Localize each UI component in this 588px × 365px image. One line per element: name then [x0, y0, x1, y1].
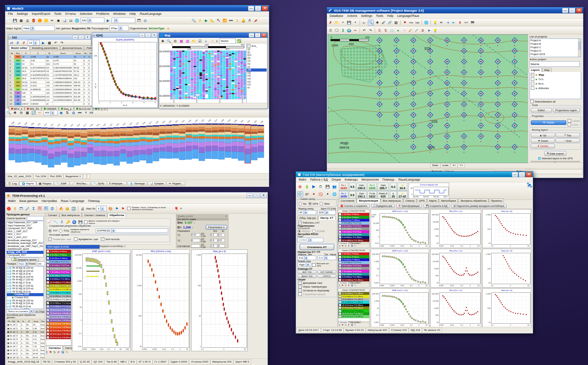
legend-checkbox[interactable]: ✓ [339, 227, 341, 230]
palette-icon[interactable]: 🎨 [108, 206, 113, 211]
table-row[interactable]: 2200100.05Q10.07520000 [9, 58, 98, 62]
table-row[interactable]: 722080.80.367272727272727O11.47458041955… [9, 77, 98, 80]
lambda-icon[interactable]: Λ [247, 18, 252, 23]
legend-item[interactable]: ✓12 D=800ns T=1.58ms [46, 288, 71, 291]
toq-radio[interactable] [59, 229, 62, 233]
legend-item[interactable]: ✓4 D=100ns T=177ms [46, 260, 71, 264]
printer-icon[interactable]: 🖨 [80, 206, 85, 211]
legend-item-v32[interactable]: v32 [247, 72, 267, 75]
monitor-icon[interactable]: 🖵 [334, 28, 339, 33]
legend-checkbox[interactable] [339, 253, 341, 255]
tcpip-radio-label[interactable]: TCP/IP [317, 230, 325, 233]
legend-item[interactable]: ✓9 D=800ns T=1.58ms [338, 276, 369, 278]
legend-item[interactable]: ✓8 D=100ns T=177ms [338, 233, 369, 236]
run-icon[interactable]: ▶ [204, 18, 209, 23]
projections-mgmt-button[interactable]: Projections mgmt. [553, 108, 580, 112]
layers-icon[interactable]: 🗂 [68, 18, 73, 23]
legend-item[interactable]: ✓25 D=6.4ms T=8.96ms [46, 332, 71, 336]
data-export-button[interactable]: ⧉ Data export [544, 151, 566, 156]
legend-checkbox[interactable]: ✓ [47, 312, 49, 315]
r-icon[interactable]: 🅁 [43, 206, 49, 211]
add-layer-icon[interactable]: ⇄ [9, 40, 14, 45]
legend-item[interactable]: ✓3 D=25ms T=40ms [338, 219, 369, 222]
project-item[interactable]: Сунтарский_2017_ОМР [7, 227, 43, 230]
legend-checkbox[interactable]: ✓ [339, 225, 341, 227]
new-icon[interactable]: 📄 [6, 18, 11, 23]
menu-item-Работа с БД[interactable]: Работа с БД [308, 178, 329, 182]
save-icon[interactable]: 🖫 [351, 324, 353, 326]
legend-item-O1[interactable]: O1 [247, 66, 267, 69]
panel-button-График[interactable]: 📊График [147, 181, 166, 186]
menu-item-Tools[interactable]: Tools [52, 12, 63, 16]
database-icon[interactable]: 🛢 [12, 206, 18, 211]
menu-item-Help[interactable]: Help [385, 14, 395, 18]
legend-item[interactable]: ✓7 D=100ns T=177ms [338, 230, 369, 233]
cursor-icon[interactable]: ▻ [362, 20, 367, 25]
rho-plot[interactable] [142, 254, 189, 348]
menu-item-Tools[interactable]: Tools [374, 14, 385, 18]
panel-button-S(Ht)[interactable]: 📉S(Ht) [91, 181, 107, 186]
action-button-Считать и сохранить[interactable]: 🔴Считать и сохранить [338, 204, 370, 208]
sync-no-radio[interactable] [299, 202, 302, 205]
link-icon[interactable]: 🔗 [387, 20, 392, 25]
select-stations-icon[interactable]: ▩ [179, 39, 184, 44]
legend-item[interactable]: 1 D=25ns T=40ms [46, 250, 71, 253]
info-icon[interactable]: ◎ [143, 18, 148, 23]
zoom-in-icon[interactable]: 🔍 [166, 39, 172, 44]
ruler-icon[interactable]: 📐 [210, 18, 215, 23]
scrollbar[interactable] [578, 39, 581, 57]
move-right-icon[interactable]: ⇥ [445, 20, 450, 25]
rho-plot[interactable] [439, 253, 481, 284]
legend-item[interactable]: ✓6 D=100ns T=177ms [338, 267, 369, 270]
legend-checkbox[interactable]: ✓ [47, 315, 49, 318]
legend-checkbox[interactable]: ✓ [339, 312, 341, 315]
panel-button-Log[interactable]: 🗒Log [6, 181, 19, 186]
legend-item[interactable]: ✓8 D=100ns T=177ms [46, 274, 71, 277]
table-row[interactable]: ▦ 61.1852...60...3.11Конд. [7, 337, 45, 341]
legend-item-v21[interactable]: v21 [247, 80, 267, 84]
close-button[interactable]: ✕ [261, 33, 267, 37]
project-item[interactable]: КЮХ_1_нЮХ_2017 [7, 236, 43, 239]
legend-item[interactable]: ✓6 D=100ns T=177ms [46, 267, 71, 270]
legend-checkbox[interactable]: ✓ [339, 307, 341, 309]
project-item[interactable]: Вилюйская_анжелида_ОМР_2017 [7, 242, 43, 245]
menu-item-Команды[interactable]: Команды [343, 178, 359, 182]
legend-item[interactable]: ✓16 D=800ns T=1.41ms [46, 301, 71, 305]
menu-item-Отчеты[interactable]: Отчеты [63, 12, 78, 16]
folder-icon[interactable]: 📁 [191, 39, 196, 44]
order-combo[interactable]: Пикет▼ [18, 262, 28, 266]
column-header-Ssum[interactable]: Ssum [53, 51, 73, 55]
pan-icon[interactable]: ✥ [160, 39, 165, 44]
legend-item[interactable]: ✓19 D=6.4ms T=0.96ms [338, 312, 369, 315]
panel-button-Карта[interactable]: 🌍Карта [19, 181, 36, 186]
legend-item-Q11[interactable]: Q11 [247, 54, 267, 57]
undo-icon[interactable]: ↶ [362, 28, 367, 33]
fastem-titlebar[interactable]: ▣ Fast EM (малоглубинные зондирования) —… [296, 172, 533, 177]
load-project-button[interactable]: ✅ Загрузить проект [11, 258, 39, 261]
tree-item-ПК 56 МД 19 (0 м)[interactable]: ▸🧊 ПК 56 МД 19 (0 м) [7, 305, 43, 308]
tab-Настройки[interactable]: Настройки [349, 242, 361, 244]
legend-item[interactable]: ✓13 D=800ns T=1.58ms [338, 295, 369, 298]
lines-checkbox[interactable] [568, 123, 571, 126]
project-item[interactable]: КЮХ_1_2017 [7, 233, 43, 236]
save-icon[interactable]: 💾 [325, 184, 330, 189]
menu-item-Language/Язык[interactable]: Language/Язык [395, 14, 421, 18]
tab-Карта[interactable]: Карта [427, 198, 439, 203]
table-row[interactable]: 930063.330.2111v321.89678041955042358.66… [9, 84, 98, 88]
table-row[interactable]: 3100100.1Q110.17530000 [9, 62, 98, 66]
tab-Настройки[interactable]: Настройки [349, 281, 361, 284]
legend-item[interactable]: ✓7 D=100ns T=177ms [46, 270, 71, 274]
layer-item-Tx's[interactable]: ◈Tx's [531, 77, 580, 81]
chart2-icon[interactable]: 📉 [53, 219, 58, 225]
tree-item-ПК 48 МД 16 (100 м)[interactable]: ▸🧊 ПК 48 МД 16 (100 м) [7, 276, 43, 279]
legend-item[interactable]: ✓23 D=6.4ms T=8.96ms [46, 325, 71, 329]
menu-item-Язык/Language[interactable]: Язык/Language [396, 178, 422, 182]
delta-icon[interactable]: δ [59, 219, 64, 225]
maximize-button[interactable]: □ [255, 33, 260, 37]
tree-item-ПК 51 МД 17 (100 м)[interactable]: ▸🧊 ПК 51 МД 17 (100 м) [7, 285, 43, 288]
column-header-S[interactable]: S [30, 51, 46, 55]
minimize-button[interactable]: — [139, 33, 145, 37]
orange-dot-icon[interactable]: 🟠 [37, 18, 42, 23]
maximize-button[interactable]: □ [569, 8, 575, 13]
search-input[interactable] [37, 261, 45, 266]
